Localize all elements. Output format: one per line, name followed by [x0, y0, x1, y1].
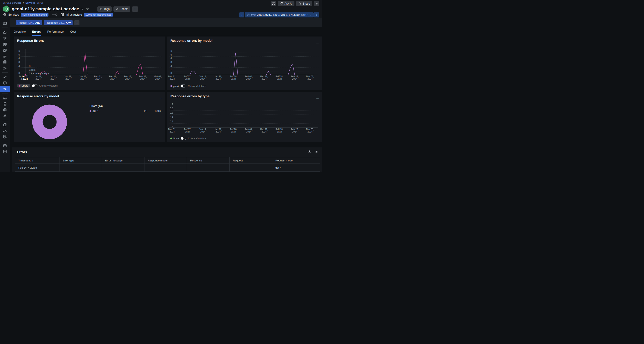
sidebar-item-hosts[interactable]	[0, 47, 10, 53]
sidebar-item-notebooks[interactable]	[0, 35, 10, 41]
svg-text:2024: 2024	[246, 78, 252, 80]
apps-grid-icon	[3, 114, 7, 118]
sidebar	[0, 18, 10, 172]
svg-text:2024: 2024	[185, 130, 190, 133]
chip-operator: LIKE	[59, 21, 64, 24]
breadcrumb-apm-services[interactable]: APM & Services	[3, 2, 21, 4]
infrastructure-instrumentation-badge[interactable]: 100% not instrumented	[84, 13, 113, 16]
legend-span[interactable]: Span	[170, 137, 179, 140]
connector-icon	[52, 13, 58, 16]
critical-violations-toggle[interactable]	[32, 84, 38, 87]
security-hexagon-lock-icon	[3, 108, 7, 112]
share-button[interactable]: Share	[296, 1, 312, 6]
breadcrumb-services-apm[interactable]: Services - APM	[26, 2, 43, 4]
title-more-button[interactable]: ⋯	[132, 6, 138, 12]
sidebar-item-watchdog[interactable]	[0, 29, 10, 35]
top-actions: ? Ask AI Share	[271, 1, 319, 6]
time-back-button[interactable]: ‹	[239, 12, 244, 18]
cell-request	[230, 164, 272, 172]
cell-error-message	[102, 164, 144, 172]
col-request[interactable]: Request	[230, 157, 272, 164]
sidebar-item-dashboards[interactable]	[0, 20, 10, 26]
table-row[interactable]: Feb 24, 4:20am gpt-4	[15, 172, 320, 172]
sparkle-icon	[280, 2, 283, 5]
time-forward-button[interactable]: ›	[314, 12, 319, 18]
sidebar-item-network[interactable]	[0, 65, 10, 71]
help-button[interactable]: ?	[271, 1, 276, 6]
filter-chip-request[interactable]: Request LIKE Any	[16, 20, 42, 25]
tab-overview[interactable]: Overview	[14, 30, 26, 36]
metrics-icon	[3, 75, 7, 79]
tab-errors[interactable]: Errors	[32, 30, 41, 36]
errors-by-model-chart[interactable]: 0123456Dec 31,2023Jan 07,2024Jan 14,2024…	[167, 36, 322, 90]
sidebar-item-inbox[interactable]	[0, 95, 10, 101]
col-response[interactable]: Response	[187, 157, 230, 164]
col-error-type[interactable]: Error type	[60, 157, 102, 164]
table-settings-button[interactable]	[315, 150, 318, 154]
download-button[interactable]	[308, 150, 311, 154]
sidebar-item-synthetics[interactable]	[0, 122, 10, 128]
services-instrumentation-badge[interactable]: 40% not instrumented	[21, 13, 48, 16]
sidebar-item-logs[interactable]	[0, 53, 10, 59]
hosts-icon	[3, 48, 7, 52]
errors-section-title: Errors	[17, 150, 27, 154]
sidebar-item-service-map[interactable]	[0, 41, 10, 47]
svg-text:0.6: 0.6	[170, 112, 173, 114]
slice-percent: 100%	[148, 110, 161, 112]
col-request-model[interactable]: Request model	[272, 157, 320, 164]
time-range-picker[interactable]: from Jan 1, 07:55 pm to Mar 5, 07:56 pm …	[244, 12, 314, 18]
panel-more-button[interactable]: ⋯	[160, 97, 162, 100]
svg-text:2024: 2024	[277, 78, 282, 80]
svg-text:2024: 2024	[246, 130, 252, 133]
tab-performance[interactable]: Performance	[47, 30, 64, 36]
sidebar-item-apm[interactable]	[0, 86, 10, 92]
svg-text:2024: 2024	[216, 78, 221, 80]
add-filter-button[interactable]: +	[74, 20, 80, 25]
sidebar-item-reference[interactable]	[0, 134, 10, 140]
col-timestamp[interactable]: Timestamp↓	[15, 157, 60, 164]
sidebar-item-metrics[interactable]	[0, 74, 10, 80]
title-row: genai-o11y-sample-chat-service ☆ Tags	[3, 6, 138, 12]
tags-label: Tags	[104, 7, 110, 10]
col-response-model[interactable]: Response model	[144, 157, 187, 164]
errors-donut-chart[interactable]	[14, 92, 87, 142]
svg-text:1: 1	[170, 68, 172, 71]
svg-text:2024: 2024	[231, 130, 236, 133]
tags-button[interactable]: Tags	[98, 6, 112, 12]
sidebar-item-monitors[interactable]	[0, 128, 10, 134]
services-label: Services	[8, 13, 19, 16]
svg-text:2024: 2024	[66, 78, 71, 80]
title-chevron-down-icon[interactable]	[81, 9, 83, 10]
sidebar-item-integrations[interactable]	[0, 113, 10, 119]
critical-violations-toggle[interactable]	[181, 137, 186, 140]
inbox-icon	[3, 96, 7, 100]
errors-by-type-chart[interactable]: 00.20.40.60.81Dec 31,2023Jan 07,2024Jan …	[167, 92, 322, 142]
legend-gpt-4[interactable]: gpt-4	[170, 85, 179, 88]
donut-legend-row-gpt-4[interactable]: gpt-4 14 100%	[90, 110, 161, 112]
cell-timestamp: Feb 24, 4:20am	[15, 164, 60, 172]
tab-cost[interactable]: Cost	[70, 30, 76, 36]
panel-response-errors-by-type: Response errors by type ⋯ 00.20.40.60.81…	[167, 92, 322, 142]
sidebar-item-bits-ai[interactable]	[0, 80, 10, 86]
topbar: APM & Services / Services - APM ? Ask AI	[0, 0, 322, 18]
sidebar-item-databases[interactable]	[0, 59, 10, 65]
apm-traces-icon	[3, 87, 7, 91]
filter-chip-response[interactable]: Response LIKE Any	[44, 20, 72, 25]
response-errors-chart[interactable]: 0123456Dec 31,2023Jan 07,2024Jan 14,2024…	[14, 36, 165, 90]
ask-ai-button[interactable]: Ask AI	[278, 1, 294, 6]
teams-button[interactable]: Teams	[114, 6, 130, 12]
sidebar-divider	[2, 120, 8, 120]
critical-violations-toggle[interactable]	[180, 84, 186, 88]
sidebar-item-tables[interactable]	[0, 142, 10, 148]
svg-text:2024: 2024	[262, 130, 267, 133]
svg-text:2024: 2024	[200, 78, 206, 80]
copy-link-button[interactable]	[314, 1, 319, 6]
sidebar-item-docs[interactable]	[0, 101, 10, 107]
col-error-message[interactable]: Error message	[102, 157, 144, 164]
sidebar-item-grid[interactable]	[0, 148, 10, 154]
sidebar-item-security[interactable]	[0, 107, 10, 113]
legend-errors[interactable]: Errors	[17, 84, 30, 88]
table-row[interactable]: Feb 24, 4:20am gpt-4	[15, 164, 320, 172]
cell-request	[230, 172, 272, 172]
favorite-star-icon[interactable]: ☆	[86, 7, 89, 11]
